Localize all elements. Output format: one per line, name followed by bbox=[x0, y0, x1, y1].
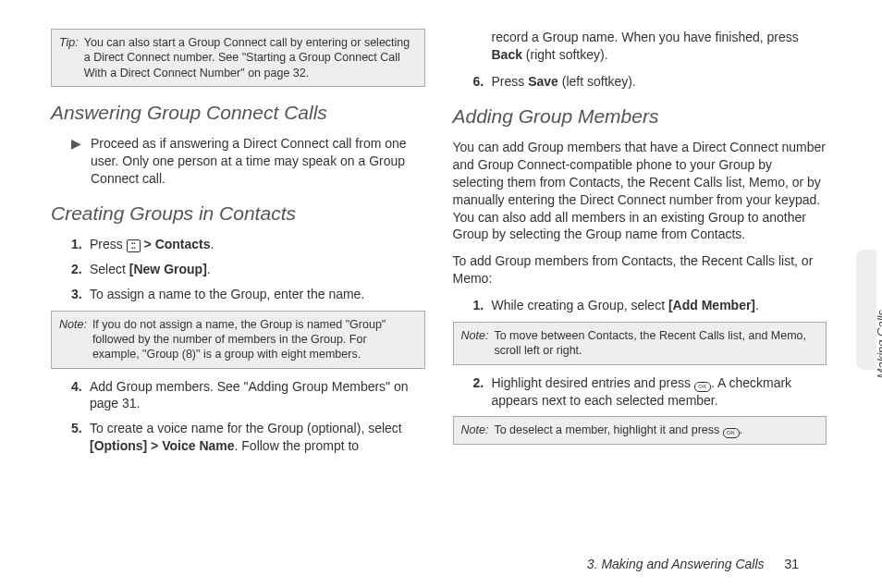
step-number: 2. bbox=[473, 374, 492, 410]
step-number: 1. bbox=[473, 297, 492, 314]
step-text: Press ▪▪▪▪ > Contacts. bbox=[90, 236, 214, 253]
step-3: 3. To assign a name to the Group, enter … bbox=[51, 286, 425, 303]
left-column: Tip: You can also start a Group Connect … bbox=[51, 23, 425, 551]
step-1: 1. Press ▪▪▪▪ > Contacts. bbox=[51, 236, 425, 253]
adding-lead: To add Group members from Contacts, the … bbox=[453, 252, 827, 288]
step-4: 4. Add Group members. See "Adding Group … bbox=[51, 378, 425, 413]
note-text: To deselect a member, highlight it and p… bbox=[494, 423, 742, 438]
answering-text: Proceed as if answering a Direct Connect… bbox=[91, 135, 425, 188]
page-footer: 3. Making and Answering Calls 31 bbox=[587, 557, 799, 571]
footer-section: 3. Making and Answering Calls bbox=[587, 557, 765, 571]
step-number: 6. bbox=[473, 73, 492, 91]
menu-key-icon: ▪▪▪▪ bbox=[127, 239, 141, 252]
note-text: To move between Contacts, the Recent Cal… bbox=[494, 328, 818, 359]
adding-steps: 1. While creating a Group, select [Add M… bbox=[453, 297, 827, 314]
step-text: Select [New Group]. bbox=[90, 261, 211, 278]
creating-steps: 1. Press ▪▪▪▪ > Contacts. 2. Select [New… bbox=[51, 236, 425, 303]
note-label: Note: bbox=[59, 317, 87, 362]
note-label: Note: bbox=[461, 423, 489, 438]
heading-adding: Adding Group Members bbox=[453, 104, 827, 129]
answering-bullet: ▶ Proceed as if answering a Direct Conne… bbox=[51, 135, 425, 188]
adding-paragraph: You can add Group members that have a Di… bbox=[453, 139, 827, 243]
note-box-3: Note: To deselect a member, highlight it… bbox=[453, 416, 827, 445]
r-step-2: 2. Highlight desired entries and press O… bbox=[453, 374, 827, 410]
step-5: 5. To create a voice name for the Group … bbox=[51, 420, 425, 455]
step-number: 3. bbox=[71, 286, 90, 303]
bullet-arrow-icon: ▶ bbox=[71, 135, 81, 188]
note-label: Note: bbox=[461, 328, 489, 359]
step-text: Highlight desired entries and press OK. … bbox=[492, 374, 827, 410]
r-step-1: 1. While creating a Group, select [Add M… bbox=[453, 297, 827, 314]
step-text: Press Save (left softkey). bbox=[492, 73, 636, 91]
step-6: 6. Press Save (left softkey). bbox=[453, 73, 827, 91]
adding-steps-cont: 2. Highlight desired entries and press O… bbox=[453, 374, 827, 410]
step-text: To assign a name to the Group, enter the… bbox=[90, 286, 364, 303]
step-text: While creating a Group, select [Add Memb… bbox=[492, 297, 759, 314]
step-text: To create a voice name for the Group (op… bbox=[90, 420, 425, 455]
heading-creating: Creating Groups in Contacts bbox=[51, 201, 425, 227]
heading-answering: Answering Group Connect Calls bbox=[51, 100, 425, 126]
step-text: Add Group members. See "Adding Group Mem… bbox=[90, 378, 425, 413]
note-box-1: Note: If you do not assign a name, the G… bbox=[51, 311, 425, 369]
tip-text: You can also start a Group Connect call … bbox=[84, 35, 417, 80]
note-box-2: Note: To move between Contacts, the Rece… bbox=[453, 322, 827, 365]
right-column: record a Group name. When you have finis… bbox=[453, 23, 827, 551]
tip-box: Tip: You can also start a Group Connect … bbox=[51, 29, 425, 87]
step-number: 1. bbox=[71, 236, 90, 253]
tip-label: Tip: bbox=[59, 35, 79, 80]
step-number: 2. bbox=[71, 261, 90, 278]
ok-key-icon: OK bbox=[723, 428, 740, 438]
page-content: Tip: You can also start a Group Connect … bbox=[0, 0, 882, 588]
step-number: 4. bbox=[71, 378, 90, 413]
creating-steps-cont2: 6. Press Save (left softkey). bbox=[453, 73, 827, 91]
creating-steps-cont: 4. Add Group members. See "Adding Group … bbox=[51, 378, 425, 456]
ok-key-icon: OK bbox=[694, 382, 711, 392]
note-text: If you do not assign a name, the Group i… bbox=[92, 317, 417, 362]
side-tab bbox=[856, 250, 876, 370]
step-number: 5. bbox=[71, 420, 90, 455]
step-5-continuation: record a Group name. When you have finis… bbox=[453, 29, 827, 64]
step-2: 2. Select [New Group]. bbox=[51, 261, 425, 278]
footer-page-number: 31 bbox=[784, 557, 799, 571]
side-tab-label: Making Calls bbox=[875, 310, 882, 378]
